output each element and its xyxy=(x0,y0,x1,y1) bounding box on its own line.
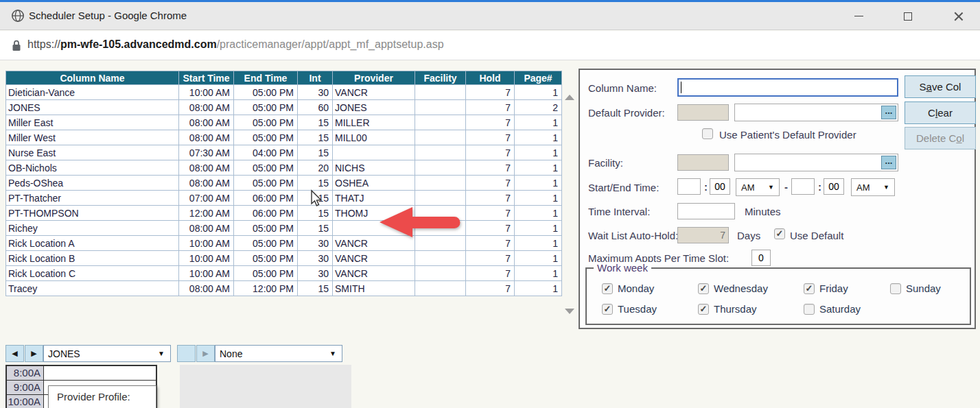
cell-provider: JONES xyxy=(333,100,415,115)
cell-page: 1 xyxy=(515,266,562,281)
time-label: 9:00A xyxy=(7,381,44,394)
cell-facility xyxy=(415,191,466,206)
use-patient-default-checkbox[interactable] xyxy=(702,128,713,139)
cell-end: 05:00 PM xyxy=(234,236,298,251)
maximize-button[interactable] xyxy=(892,2,924,30)
cell-int: 15 xyxy=(298,115,333,130)
default-provider-label: Default Provider: xyxy=(588,107,665,119)
checkbox-wednesday[interactable]: ✓ xyxy=(698,283,709,294)
window-title: Scheduler Setup - Google Chrome xyxy=(29,10,187,21)
table-row[interactable]: JONES08:00 AM05:00 PM60JONES72 xyxy=(6,100,562,115)
table-row[interactable]: Miller West08:00 AM05:00 PM15MILL0071 xyxy=(6,130,562,145)
scroll-up-arrow[interactable] xyxy=(565,95,574,100)
scroll-down-arrow[interactable] xyxy=(565,309,574,314)
cell-end: 06:00 PM xyxy=(234,206,298,221)
cell-page: 2 xyxy=(515,100,562,115)
checkbox-monday[interactable]: ✓ xyxy=(602,283,613,294)
column-header-hold: Hold xyxy=(466,71,515,85)
cell-provider xyxy=(333,145,415,160)
table-row[interactable]: PT-Thatcher07:00 AM06:00 PM15THATJ71 xyxy=(6,191,562,206)
secondary-profile-select[interactable]: None▼ xyxy=(215,345,342,362)
table-row[interactable]: Rick Location B10:00 AM05:00 PM30VANCR71 xyxy=(6,251,562,266)
chevron-down-icon: ▼ xyxy=(158,350,165,357)
cell-page: 1 xyxy=(515,115,562,130)
day-label: Friday xyxy=(819,283,848,294)
table-row[interactable]: PT-THOMPSON12:00 AM06:00 PM15THOMJ71 xyxy=(6,206,562,221)
lock-icon[interactable] xyxy=(12,40,21,51)
provider-prev-button[interactable]: ◀ xyxy=(5,345,24,362)
cell-int: 30 xyxy=(298,266,333,281)
cell-facility xyxy=(415,251,466,266)
start-hour-input[interactable] xyxy=(677,178,701,195)
column-name-input[interactable] xyxy=(677,78,898,97)
table-row[interactable]: Rick Location C10:00 AM05:00 PM30VANCR71 xyxy=(6,266,562,281)
cell-hold: 7 xyxy=(466,221,515,236)
cell-start: 08:00 AM xyxy=(179,130,234,145)
cell-int: 60 xyxy=(298,100,333,115)
provider-profile-select[interactable]: JONES▼ xyxy=(43,345,171,362)
arrow-right-icon: ▶ xyxy=(202,349,208,358)
table-row[interactable]: Dietician-Vance10:00 AM05:00 PM30VANCR71 xyxy=(6,85,562,100)
facility-code-field xyxy=(677,154,729,171)
checkbox-thursday[interactable]: ✓ xyxy=(698,304,709,315)
default-provider-code-field xyxy=(677,104,729,121)
minimize-button[interactable] xyxy=(843,2,874,30)
time-interval-input[interactable] xyxy=(677,203,735,219)
cell-hold: 7 xyxy=(466,266,515,281)
default-provider-input[interactable]: ... xyxy=(734,104,898,121)
save-col-button[interactable]: Save Col xyxy=(905,75,976,98)
start-minute-input[interactable] xyxy=(710,178,730,195)
end-minute-input[interactable] xyxy=(824,178,844,195)
chevron-down-icon: ▼ xyxy=(883,184,889,191)
column-name-label: Column Name: xyxy=(588,82,657,94)
delete-col-button[interactable]: Delete Col xyxy=(905,127,976,149)
table-header-row: Column NameStart TimeEnd TimeIntProvider… xyxy=(6,71,562,85)
provider-next-button[interactable]: ▶ xyxy=(25,345,43,362)
clear-button[interactable]: Clear xyxy=(905,101,976,124)
cell-name: OB-Nichols xyxy=(6,160,179,176)
secondary-next-button[interactable]: ▶ xyxy=(196,345,215,362)
start-end-time-label: Start/End Time: xyxy=(588,182,659,193)
minutes-label: Minutes xyxy=(745,206,781,217)
end-ampm-select[interactable]: AM▼ xyxy=(851,178,895,196)
table-row[interactable]: Rick Location A10:00 AM05:00 PM30VANCR71 xyxy=(6,236,562,251)
use-default-checkbox[interactable]: ✓ xyxy=(774,228,785,239)
cell-name: JONES xyxy=(6,100,179,115)
column-editor-panel: Column Name: Save Col Default Provider: … xyxy=(579,69,976,329)
cell-page: 1 xyxy=(515,191,562,206)
checkbox-saturday[interactable] xyxy=(804,304,815,315)
checkbox-friday[interactable]: ✓ xyxy=(804,283,815,294)
appointment-slot[interactable] xyxy=(44,366,156,380)
cell-hold: 7 xyxy=(466,160,515,176)
cell-name: Miller West xyxy=(6,130,179,145)
max-appts-input[interactable] xyxy=(751,250,771,266)
column-header-provider: Provider xyxy=(333,71,415,85)
end-hour-input[interactable] xyxy=(791,178,815,195)
use-patient-default-label: Use Patient's Default Provider xyxy=(719,129,856,141)
start-ampm-select[interactable]: AM▼ xyxy=(736,178,780,196)
cell-start: 08:00 AM xyxy=(179,221,234,236)
secondary-prev-button[interactable] xyxy=(177,345,196,362)
cell-page: 1 xyxy=(515,130,562,145)
table-row[interactable]: Miller East08:00 AM05:00 PM15MILLER71 xyxy=(6,115,562,130)
table-row[interactable]: OB-Nichols08:00 AM05:00 PM20NICHS71 xyxy=(6,160,562,176)
table-row[interactable]: Peds-OShea08:00 AM05:00 PM15OSHEA71 xyxy=(6,176,562,191)
table-row[interactable]: Richey08:00 AM05:00 PM1571 xyxy=(6,221,562,236)
cell-start: 10:00 AM xyxy=(179,266,234,281)
facility-browse-button[interactable]: ... xyxy=(881,156,896,169)
facility-input[interactable]: ... xyxy=(734,154,898,171)
table-row[interactable]: Nurse East07:30 AM04:00 PM1571 xyxy=(6,145,562,160)
cell-int: 15 xyxy=(298,221,333,236)
close-button[interactable] xyxy=(943,2,975,30)
cell-hold: 7 xyxy=(466,145,515,160)
default-provider-browse-button[interactable]: ... xyxy=(881,106,896,119)
cell-int: 20 xyxy=(298,160,333,176)
table-row[interactable]: Tracey08:00 AM12:00 PM15SMITH71 xyxy=(6,281,562,296)
checkbox-tuesday[interactable]: ✓ xyxy=(602,304,613,315)
column-header-int: Int xyxy=(298,71,333,85)
cell-start: 08:00 AM xyxy=(179,100,234,115)
url-bar: https://pm-wfe-105.advancedmd.com/practi… xyxy=(0,31,980,60)
time-label: 10:00A xyxy=(7,395,44,408)
checkbox-sunday[interactable] xyxy=(890,283,901,294)
column-header-start: Start Time xyxy=(179,71,234,85)
